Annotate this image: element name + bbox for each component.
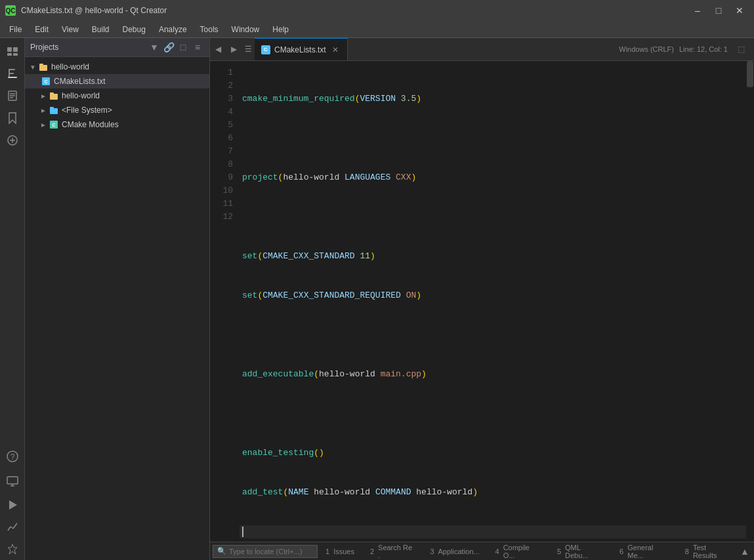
svg-rect-31: [50, 92, 54, 94]
svg-text:?: ?: [10, 452, 14, 462]
code-line-11: add_test(NAME hello-world COMMAND hello-…: [240, 486, 746, 499]
run-icon[interactable]: [2, 494, 23, 515]
bookmarks-icon[interactable]: [2, 108, 23, 129]
tab-list-button[interactable]: ☰: [241, 38, 255, 60]
code-line-5: set(CMAKE_CXX_STANDARD 11): [240, 250, 746, 263]
menu-analyze[interactable]: Analyze: [152, 21, 194, 37]
tab-cmakelists[interactable]: C CMakeLists.txt ✕: [255, 38, 348, 60]
file-tree: ▼ hello-world C CMakeL: [25, 57, 209, 560]
wrench-icon[interactable]: [2, 130, 23, 151]
close-button[interactable]: ✕: [730, 4, 749, 17]
tree-item-hello-world-root[interactable]: ▼ hello-world: [25, 60, 209, 74]
svg-rect-26: [39, 65, 47, 71]
tree-label-cmakelists: CMakeLists.txt: [54, 77, 106, 86]
menu-window[interactable]: Window: [225, 21, 266, 37]
tree-arrow[interactable]: ▼: [28, 64, 38, 71]
tree-item-cmake-modules[interactable]: ► C CMake Modules: [25, 117, 209, 132]
editor-scrollbar[interactable]: [746, 61, 754, 542]
bottom-tab-general[interactable]: 6 General Me...: [612, 542, 677, 560]
projects-icon[interactable]: [2, 41, 23, 62]
svg-marker-25: [8, 544, 17, 554]
panel-expand-icon[interactable]: ▲: [738, 545, 751, 558]
cmake-file-icon: C: [41, 76, 51, 87]
tree-item-hello-world-sub[interactable]: ► hello-world: [25, 89, 209, 103]
panel-toolbar: ▼ 🔗 □ ≡: [148, 41, 204, 54]
code-editor[interactable]: 1 2 3 4 5 6 7 8 9 10 11 12 cmake_minimum…: [210, 61, 754, 542]
tab-prev-button[interactable]: ◀: [210, 38, 226, 60]
question-icon[interactable]: ?: [2, 446, 23, 467]
code-line-12: [240, 525, 746, 538]
search-input[interactable]: [229, 548, 314, 555]
svg-rect-27: [39, 64, 43, 66]
svg-text:C: C: [52, 123, 55, 127]
split-button[interactable]: ⬚: [733, 38, 749, 60]
code-line-1: cmake_minimum_required(VERSION 3.5): [240, 92, 746, 106]
bottom-tab-qml[interactable]: 5 QML Debu...: [549, 542, 612, 560]
settings-icon[interactable]: [2, 539, 23, 560]
analyze-icon[interactable]: [2, 517, 23, 538]
svg-rect-4: [8, 77, 17, 78]
filesystem-icon: [49, 105, 59, 115]
menu-tools[interactable]: Tools: [194, 21, 225, 37]
app-icon: QC: [5, 5, 16, 16]
code-content[interactable]: cmake_minimum_required(VERSION 3.5) proj…: [240, 61, 746, 542]
collapse-icon[interactable]: ≡: [191, 41, 204, 54]
window-controls: – □ ✕: [688, 4, 749, 17]
project-root-icon: [38, 62, 49, 72]
svg-line-22: [8, 527, 10, 530]
filter-icon[interactable]: ▼: [148, 41, 161, 54]
bottom-tab-compile[interactable]: 4 Compile O...: [488, 542, 549, 560]
line-numbers: 1 2 3 4 5 6 7 8 9 10 11 12: [210, 61, 240, 542]
menu-file[interactable]: File: [3, 21, 28, 37]
menu-debug[interactable]: Debug: [116, 21, 152, 37]
file-panel-header: Projects ▼ 🔗 □ ≡: [25, 38, 209, 57]
cursor-info: Line: 12, Col: 1: [679, 45, 728, 53]
open-documents-icon[interactable]: [2, 85, 23, 106]
svg-marker-21: [9, 500, 17, 510]
expand-icon[interactable]: □: [177, 41, 190, 54]
svg-rect-1: [13, 47, 18, 52]
link-icon[interactable]: 🔗: [162, 41, 175, 54]
svg-rect-30: [50, 94, 58, 100]
tab-close-button[interactable]: ✕: [330, 45, 341, 55]
bottom-tab-issues[interactable]: 1 Issues: [318, 542, 362, 560]
svg-rect-32: [50, 108, 58, 114]
svg-marker-12: [9, 113, 16, 123]
cmake-modules-icon: C: [49, 119, 59, 130]
code-line-9: [240, 407, 746, 420]
menu-help[interactable]: Help: [266, 21, 295, 37]
file-panel-title: Projects: [30, 43, 58, 52]
bottom-tab-application[interactable]: 3 Application...: [422, 542, 487, 560]
title-bar: QC CMakeLists.txt @ hello-world - Qt Cre…: [0, 0, 754, 21]
tree-arrow-cmake[interactable]: ►: [38, 121, 49, 129]
editor-area: ◀ ▶ ☰ C CMakeLists.txt ✕ Windows (CRLF) …: [210, 38, 754, 560]
tree-arrow-fs[interactable]: ►: [38, 107, 49, 114]
tree-arrow-sub[interactable]: ►: [38, 92, 49, 100]
code-line-10: enable_testing(): [240, 447, 746, 460]
encoding-info: Windows (CRLF): [619, 45, 674, 53]
maximize-button[interactable]: □: [709, 4, 728, 17]
tree-item-cmakelists[interactable]: C CMakeLists.txt: [25, 74, 209, 89]
menu-view[interactable]: View: [55, 21, 85, 37]
tab-next-button[interactable]: ▶: [226, 38, 241, 60]
code-line-6: set(CMAKE_CXX_STANDARD_REQUIRED ON): [240, 289, 746, 302]
activity-bar: ?: [0, 38, 25, 560]
svg-rect-18: [7, 477, 18, 484]
main-area: ?: [0, 38, 754, 560]
tree-label-filesystem: <File System>: [62, 106, 112, 115]
tree-label-hello-world-sub: hello-world: [62, 91, 100, 100]
menu-bar: File Edit View Build Debug Analyze Tools…: [0, 21, 754, 38]
edit-mode-icon[interactable]: [2, 63, 23, 84]
bottom-tab-search[interactable]: 2 Search Re .: [362, 542, 422, 560]
minimize-button[interactable]: –: [688, 4, 707, 17]
tree-item-filesystem[interactable]: ► <File System>: [25, 103, 209, 117]
subfolder-icon: [49, 90, 59, 101]
tab-label: CMakeLists.txt: [274, 45, 326, 54]
bottom-tab-test-results[interactable]: 8 Test Results: [677, 542, 738, 560]
menu-build[interactable]: Build: [85, 21, 116, 37]
menu-edit[interactable]: Edit: [28, 21, 55, 37]
svg-line-23: [10, 527, 13, 529]
svg-text:C: C: [44, 79, 47, 84]
monitor-icon[interactable]: [2, 471, 23, 492]
tree-label-cmake-modules: CMake Modules: [62, 120, 119, 129]
